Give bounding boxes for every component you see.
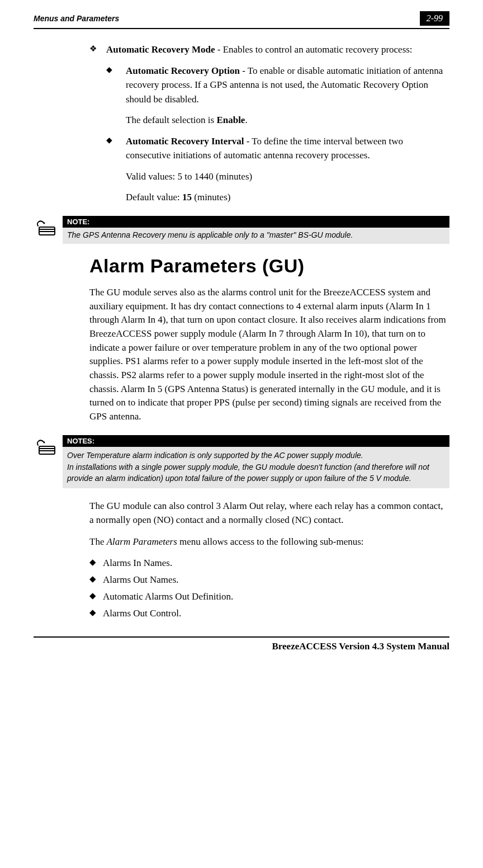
note-block-over-temperature: NOTES: Over Temperature alarm indication… — [34, 435, 449, 489]
alarm-parameters-menu-intro: The Alarm Parameters menu allows access … — [89, 535, 449, 549]
submenu-label: Alarms In Names. — [103, 556, 172, 570]
header-rule — [34, 28, 449, 29]
bullet-auto-recovery-interval: ◆ Automatic Recovery Interval - To defin… — [106, 134, 449, 163]
filled-diamond-icon: ◆ — [89, 556, 103, 570]
filled-diamond-icon: ◆ — [89, 590, 103, 603]
small-diamond-bullet-icon: ◆ — [106, 134, 126, 163]
page-number-badge: 2-99 — [420, 11, 449, 26]
diamond-bullet-icon: ❖ — [89, 43, 106, 57]
auto-recovery-mode-title: Automatic Recovery Mode — [106, 44, 215, 55]
footer-manual-title: BreezeACCESS Version 4.3 System Manual — [34, 641, 449, 652]
list-item: ◆ Alarms Out Names. — [89, 573, 449, 587]
note-icon — [34, 436, 60, 461]
submenu-label: Automatic Alarms Out Definition. — [103, 590, 233, 603]
auto-recovery-interval-default: Default value: 15 (minutes) — [126, 190, 449, 205]
filled-diamond-icon: ◆ — [89, 607, 103, 620]
footer-rule — [34, 636, 449, 638]
section-title-alarm-parameters: Alarm Parameters (GU) — [89, 255, 449, 277]
svg-point-1 — [44, 222, 45, 224]
auto-recovery-interval-title: Automatic Recovery Interval — [126, 136, 244, 147]
submenu-label: Alarms Out Names. — [103, 573, 179, 587]
auto-recovery-option-default: The default selection is Enable. — [126, 113, 449, 128]
list-item: ◆ Alarms In Names. — [89, 556, 449, 570]
header-section: Menus and Parameters — [34, 14, 119, 23]
svg-point-3 — [44, 441, 45, 443]
bullet-auto-recovery-option: ◆ Automatic Recovery Option - To enable … — [106, 64, 449, 107]
note-block-gps: NOTE: The GPS Antenna Recovery menu is a… — [34, 216, 449, 244]
submenu-label: Alarms Out Control. — [103, 607, 181, 620]
auto-recovery-interval-valid: Valid values: 5 to 1440 (minutes) — [126, 169, 449, 184]
auto-recovery-mode-desc: - Enables to control an automatic recove… — [215, 44, 413, 55]
filled-diamond-icon: ◆ — [89, 573, 103, 587]
small-diamond-bullet-icon: ◆ — [106, 64, 126, 107]
list-item: ◆ Automatic Alarms Out Definition. — [89, 590, 449, 603]
note-header: NOTE: — [63, 216, 449, 228]
note-icon — [34, 217, 60, 242]
alarm-out-relay-description: The GU module can also control 3 Alarm O… — [89, 499, 449, 527]
note-header: NOTES: — [63, 435, 449, 447]
submenu-list: ◆ Alarms In Names. ◆ Alarms Out Names. ◆… — [89, 556, 449, 620]
auto-recovery-option-title: Automatic Recovery Option — [126, 65, 240, 76]
bullet-auto-recovery-mode: ❖ Automatic Recovery Mode - Enables to c… — [89, 43, 449, 57]
note-body: The GPS Antenna Recovery menu is applica… — [63, 228, 449, 244]
list-item: ◆ Alarms Out Control. — [89, 607, 449, 620]
page-header: Menus and Parameters 2-99 — [34, 11, 449, 26]
alarm-parameters-description: The GU module serves also as the alarms … — [89, 286, 449, 423]
note-body: Over Temperature alarm indication is onl… — [63, 447, 449, 489]
